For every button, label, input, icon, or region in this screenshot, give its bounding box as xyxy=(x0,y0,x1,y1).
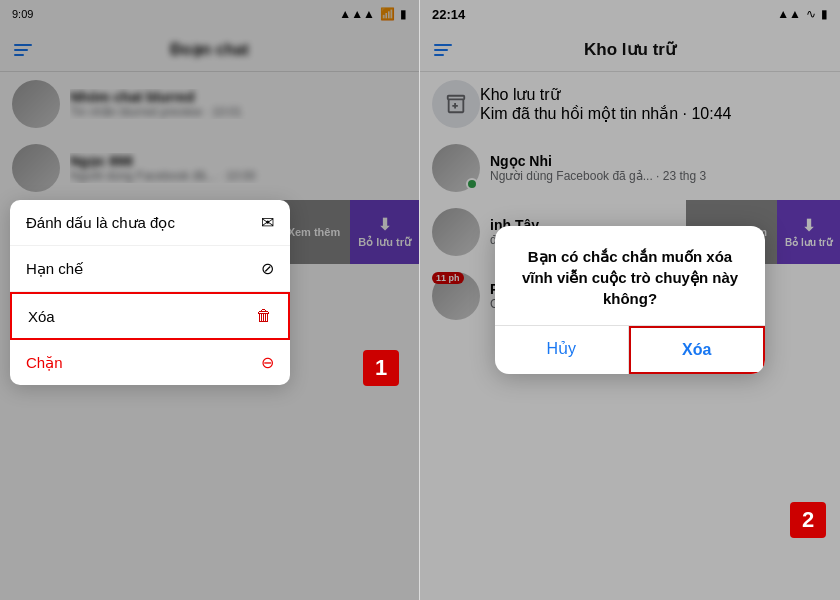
restrict-icon: ⊘ xyxy=(261,259,274,278)
right-panel: 22:14 ▲▲ ∿ ▮ Kho lưu trữ Kho lưu trữ Kim… xyxy=(420,0,840,600)
xoa-confirm-button[interactable]: Xóa xyxy=(629,326,766,374)
block-icon: ⊖ xyxy=(261,353,274,372)
trash-icon: 🗑 xyxy=(256,307,272,325)
step1-badge: 1 xyxy=(363,350,399,386)
left-panel: 9:09 ▲▲▲ 📶 ▮ Đoạn chat Nhóm chat blurred… xyxy=(0,0,420,600)
danh-dau-label: Đánh dấu là chưa đọc xyxy=(26,214,175,232)
menu-item-han-che[interactable]: Hạn chế ⊘ xyxy=(10,246,290,292)
menu-item-xoa[interactable]: Xóa 🗑 xyxy=(10,292,290,340)
dialog-message: Bạn có chắc chắn muốn xóa vĩnh viễn cuộc… xyxy=(511,246,749,309)
context-menu: Đánh dấu là chưa đọc ✉ Hạn chế ⊘ Xóa 🗑 C… xyxy=(10,200,290,385)
cancel-button[interactable]: Hủy xyxy=(495,326,629,374)
step2-badge: 2 xyxy=(790,502,826,538)
dialog-buttons: Hủy Xóa xyxy=(495,325,765,374)
chan-label: Chặn xyxy=(26,354,63,372)
confirm-dialog: Bạn có chắc chắn muốn xóa vĩnh viễn cuộc… xyxy=(495,226,765,374)
envelope-icon: ✉ xyxy=(261,213,274,232)
han-che-label: Hạn chế xyxy=(26,260,83,278)
xoa-label: Xóa xyxy=(28,308,55,325)
dialog-overlay: Bạn có chắc chắn muốn xóa vĩnh viễn cuộc… xyxy=(420,0,840,600)
menu-item-danh-dau[interactable]: Đánh dấu là chưa đọc ✉ xyxy=(10,200,290,246)
menu-item-chan[interactable]: Chặn ⊖ xyxy=(10,340,290,385)
dialog-body: Bạn có chắc chắn muốn xóa vĩnh viễn cuộc… xyxy=(495,226,765,325)
